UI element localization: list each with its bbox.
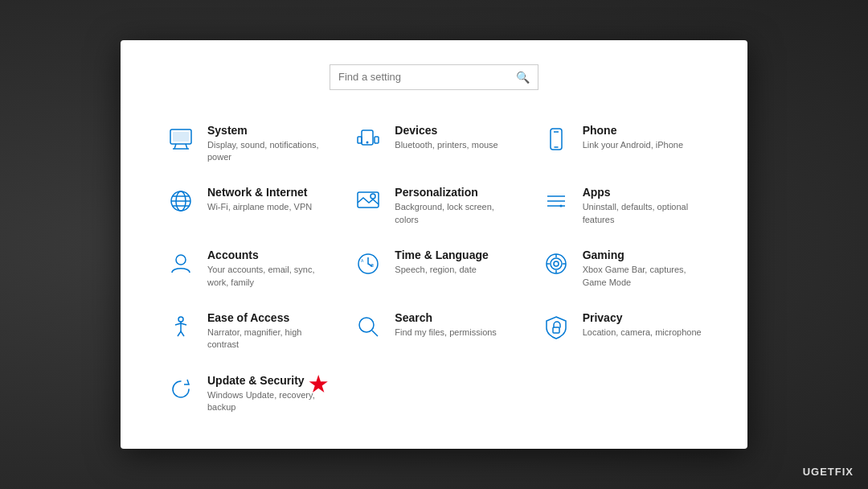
system-desc: Display, sound, notifications, power <box>207 139 327 164</box>
svg-rect-8 <box>375 137 379 143</box>
search-icon: 🔍 <box>516 71 530 84</box>
setting-item-privacy[interactable]: PrivacyLocation, camera, microphone <box>528 300 715 363</box>
svg-rect-4 <box>173 132 189 142</box>
phone-text: PhoneLink your Android, iPhone <box>583 124 683 151</box>
update-title: Update & Security★ <box>207 374 327 387</box>
watermark-text: UGETFIX <box>803 466 854 478</box>
svg-point-35 <box>359 318 374 332</box>
personalization-title: Personalization <box>395 186 514 199</box>
time-title: Time & Language <box>395 249 488 261</box>
gaming-title: Gaming <box>583 249 702 261</box>
search-bar[interactable]: 🔍 <box>330 64 538 90</box>
setting-item-search[interactable]: SearchFind my files, permissions <box>340 300 527 363</box>
apps-text: AppsUninstall, defaults, optional featur… <box>583 186 702 226</box>
apps-icon <box>541 186 571 216</box>
setting-item-phone[interactable]: PhoneLink your Android, iPhone <box>528 113 715 175</box>
system-text: SystemDisplay, sound, notifications, pow… <box>207 124 327 164</box>
update-desc: Windows Update, recovery, backup <box>207 389 327 414</box>
svg-text:a: a <box>371 262 374 268</box>
search-text: SearchFind my files, permissions <box>395 311 497 339</box>
easeofaccess-desc: Narrator, magnifier, high contrast <box>207 327 327 351</box>
system-icon <box>166 124 196 154</box>
search-title: Search <box>395 311 497 324</box>
devices-text: DevicesBluetooth, printers, mouse <box>395 124 497 151</box>
easeofaccess-text: Ease of AccessNarrator, magnifier, high … <box>207 311 327 351</box>
svg-point-29 <box>554 261 559 266</box>
svg-line-1 <box>174 144 176 149</box>
apps-desc: Uninstall, defaults, optional features <box>583 201 702 226</box>
privacy-text: PrivacyLocation, camera, microphone <box>583 311 702 339</box>
gaming-text: GamingXbox Game Bar, captures, Game Mode <box>583 249 702 289</box>
setting-item-devices[interactable]: DevicesBluetooth, printers, mouse <box>340 113 527 175</box>
svg-text:A: A <box>361 258 364 263</box>
network-desc: Wi-Fi, airplane mode, VPN <box>207 201 312 213</box>
setting-item-easeofaccess[interactable]: Ease of AccessNarrator, magnifier, high … <box>153 300 340 363</box>
setting-item-update[interactable]: Update & Security★Windows Update, recove… <box>153 363 340 425</box>
accounts-desc: Your accounts, email, sync, work, family <box>207 264 327 289</box>
setting-item-gaming[interactable]: GamingXbox Game Bar, captures, Game Mode <box>528 237 715 300</box>
time-text: Time & LanguageSpeech, region, date <box>395 249 488 276</box>
phone-desc: Link your Android, iPhone <box>583 139 683 151</box>
setting-item-time[interactable]: AaTime & LanguageSpeech, region, date <box>340 237 527 300</box>
personalization-text: PersonalizationBackground, lock screen, … <box>395 186 514 226</box>
setting-item-apps[interactable]: AppsUninstall, defaults, optional featur… <box>528 175 715 237</box>
setting-item-personalization[interactable]: PersonalizationBackground, lock screen, … <box>340 175 527 237</box>
accounts-icon <box>166 249 196 279</box>
personalization-icon <box>353 186 383 216</box>
network-text: Network & InternetWi-Fi, airplane mode, … <box>207 186 312 213</box>
easeofaccess-icon <box>166 311 196 342</box>
setting-item-system[interactable]: SystemDisplay, sound, notifications, pow… <box>153 113 340 175</box>
settings-grid: SystemDisplay, sound, notifications, pow… <box>153 113 715 425</box>
search-input[interactable] <box>338 71 516 83</box>
phone-icon <box>541 124 571 154</box>
gaming-icon <box>541 249 571 279</box>
network-icon <box>166 186 196 216</box>
accounts-title: Accounts <box>207 249 327 261</box>
time-icon: Aa <box>353 249 383 279</box>
settings-window: 🔍 SystemDisplay, sound, notifications, p… <box>121 40 747 450</box>
update-icon <box>166 374 196 405</box>
setting-item-network[interactable]: Network & InternetWi-Fi, airplane mode, … <box>153 175 340 237</box>
search-row: 🔍 <box>153 64 715 90</box>
devices-desc: Bluetooth, printers, mouse <box>395 139 497 151</box>
svg-line-2 <box>186 144 187 149</box>
personalization-desc: Background, lock screen, colors <box>395 201 514 226</box>
devices-icon <box>353 124 383 154</box>
privacy-icon <box>541 311 571 342</box>
svg-point-23 <box>176 255 186 265</box>
accounts-text: AccountsYour accounts, email, sync, work… <box>207 249 327 289</box>
svg-point-18 <box>371 194 375 199</box>
setting-item-accounts[interactable]: AccountsYour accounts, email, sync, work… <box>153 237 340 300</box>
svg-line-36 <box>372 331 378 336</box>
apps-title: Apps <box>583 186 702 199</box>
search-desc: Find my files, permissions <box>395 327 497 339</box>
network-title: Network & Internet <box>207 186 312 199</box>
easeofaccess-title: Ease of Access <box>207 311 327 324</box>
privacy-title: Privacy <box>583 311 702 324</box>
svg-rect-7 <box>358 137 362 143</box>
search-icon <box>353 311 383 342</box>
svg-point-28 <box>551 258 562 269</box>
system-title: System <box>207 124 327 137</box>
time-desc: Speech, region, date <box>395 264 488 276</box>
update-text: Update & Security★Windows Update, recove… <box>207 374 327 414</box>
privacy-desc: Location, camera, microphone <box>583 327 702 339</box>
svg-point-34 <box>178 317 183 322</box>
svg-rect-37 <box>553 327 559 333</box>
gaming-desc: Xbox Game Bar, captures, Game Mode <box>583 264 702 289</box>
phone-title: Phone <box>583 124 683 137</box>
devices-title: Devices <box>395 124 497 137</box>
svg-point-22 <box>559 205 562 208</box>
